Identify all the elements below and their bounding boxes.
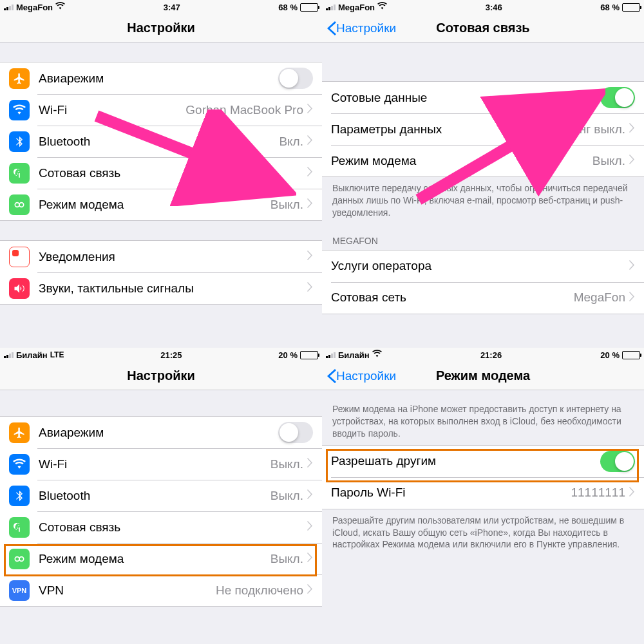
page-title: Режим модема <box>436 368 530 383</box>
row-label: Режим модема <box>39 552 270 566</box>
row-cellular[interactable]: Сотовая связь <box>0 157 322 189</box>
chevron-right-icon <box>629 155 635 167</box>
battery-icon <box>622 351 640 359</box>
row-hotspot[interactable]: Режим модема Выкл. <box>0 189 322 220</box>
chevron-right-icon <box>307 282 313 294</box>
page-title: Сотовая связь <box>436 21 529 35</box>
section-intro: Режим модема на iPhone может предоставит… <box>322 390 644 445</box>
row-detail: Роуминг выкл. <box>544 122 626 137</box>
row-label: Разрешать другим <box>331 454 600 468</box>
airplane-switch[interactable] <box>278 68 313 89</box>
row-wifi[interactable]: Wi-Fi Gorban MacBook Pro <box>0 94 322 126</box>
row-label: Звуки, тактильные сигналы <box>39 281 307 296</box>
row-airplane[interactable]: Авиарежим <box>0 62 322 94</box>
status-bar: MegaFon 3:46 68 % <box>322 0 644 14</box>
signal-icon <box>4 352 14 358</box>
row-detail: Выкл. <box>270 552 303 566</box>
nav-header: Настройки Режим модема <box>322 362 644 390</box>
row-data-options[interactable]: Параметры данных Роуминг выкл. <box>322 113 644 145</box>
row-sounds[interactable]: Звуки, тактильные сигналы <box>0 272 322 304</box>
signal-icon <box>326 352 336 358</box>
carrier-label: MegaFon <box>338 3 375 12</box>
row-carrier-services[interactable]: Услуги оператора <box>322 251 644 282</box>
page-title: Настройки <box>127 368 195 383</box>
nav-header: Настройки <box>0 362 322 390</box>
clock: 3:46 <box>486 3 502 12</box>
row-bluetooth[interactable]: Bluetooth Выкл. <box>0 480 322 511</box>
sounds-icon <box>9 278 30 299</box>
chevron-right-icon <box>307 167 313 179</box>
row-label: Wi-Fi <box>39 457 270 471</box>
row-label: Сотовые данные <box>331 91 600 105</box>
airplane-icon <box>9 422 30 443</box>
back-button[interactable]: Настройки <box>327 21 396 35</box>
row-detail: Выкл. <box>270 489 303 503</box>
carrier-label: MegaFon <box>16 3 53 12</box>
antenna-icon <box>9 517 30 538</box>
row-cellular[interactable]: Сотовая связь <box>0 511 322 543</box>
svg-point-5 <box>19 556 24 561</box>
row-label: VPN <box>39 583 216 598</box>
row-allow-others[interactable]: Разрешать другим <box>322 446 644 477</box>
row-hotspot[interactable]: Режим модема Выкл. <box>0 543 322 574</box>
carrier-label: Билайн <box>16 350 48 360</box>
cellular-pane: MegaFon 3:46 68 % Настройки Сотовая связ… <box>322 0 644 348</box>
row-bluetooth[interactable]: Bluetooth Вкл. <box>0 126 322 157</box>
svg-point-1 <box>19 202 24 207</box>
row-detail: Gorban MacBook Pro <box>185 103 303 117</box>
section-header: MEGAFON <box>322 224 644 250</box>
chevron-right-icon <box>307 553 313 565</box>
back-label: Настройки <box>336 21 396 35</box>
battery-pct: 20 % <box>600 350 620 360</box>
row-vpn[interactable]: VPN VPN Не подключено <box>0 574 322 606</box>
row-hotspot[interactable]: Режим модема Выкл. <box>322 145 644 176</box>
clock: 21:26 <box>480 350 502 360</box>
back-label: Настройки <box>336 369 396 383</box>
airplane-switch[interactable] <box>278 422 313 443</box>
chevron-right-icon <box>307 584 313 596</box>
row-label: Сотовая связь <box>39 520 307 535</box>
row-label: Услуги оператора <box>331 259 629 273</box>
row-wifi[interactable]: Wi-Fi Выкл. <box>0 448 322 480</box>
section-footer: Разрешайте другим пользователям или устр… <box>322 509 644 556</box>
clock: 3:47 <box>164 3 180 12</box>
chevron-right-icon <box>307 521 313 533</box>
row-label: Режим модема <box>331 154 592 168</box>
battery-pct: 20 % <box>278 350 298 360</box>
hotspot-icon <box>9 549 30 569</box>
clock: 21:25 <box>160 350 182 360</box>
row-cellular-data[interactable]: Сотовые данные <box>322 82 644 113</box>
signal-icon <box>326 4 336 10</box>
settings-root-pane-2: Билайн LTE 21:25 20 % Настройки Авиарежи… <box>0 348 322 644</box>
hotspot-icon <box>9 194 30 215</box>
page-title: Настройки <box>127 21 195 35</box>
row-detail: Выкл. <box>592 154 625 168</box>
settings-group-network: Авиарежим Wi-Fi Выкл. Bluetooth Выкл. Со… <box>0 416 322 607</box>
wifi-icon <box>9 454 30 475</box>
bluetooth-icon <box>9 131 30 152</box>
nav-header: Настройки Сотовая связь <box>322 14 644 43</box>
row-detail: Выкл. <box>270 457 303 471</box>
battery-icon <box>622 3 640 12</box>
row-notifications[interactable]: Уведомления <box>0 241 322 272</box>
row-label: Авиарежим <box>39 426 278 440</box>
cellular-data-switch[interactable] <box>600 87 635 108</box>
battery-pct: 68 % <box>278 3 298 12</box>
row-airplane[interactable]: Авиарежим <box>0 417 322 448</box>
chevron-right-icon <box>629 123 635 135</box>
chevron-right-icon <box>307 104 313 116</box>
hotspot-group: Разрешать другим Пароль Wi-Fi 11111111 <box>322 445 644 509</box>
back-button[interactable]: Настройки <box>327 369 396 383</box>
row-label: Сотовая связь <box>39 166 307 180</box>
section-footer: Выключите передачу сотовых данных, чтобы… <box>322 177 644 224</box>
allow-others-switch[interactable] <box>600 451 635 472</box>
chevron-right-icon <box>629 487 635 499</box>
status-bar: MegaFon 3:47 68 % <box>0 0 322 14</box>
row-wifi-password[interactable]: Пароль Wi-Fi 11111111 <box>322 477 644 509</box>
wifi-icon <box>377 1 387 13</box>
row-label: Bluetooth <box>39 135 279 149</box>
vpn-icon: VPN <box>9 580 30 601</box>
row-detail: Не подключено <box>216 583 303 598</box>
row-detail: Выкл. <box>270 198 303 212</box>
row-cellular-network[interactable]: Сотовая сеть MegaFon <box>322 282 644 314</box>
